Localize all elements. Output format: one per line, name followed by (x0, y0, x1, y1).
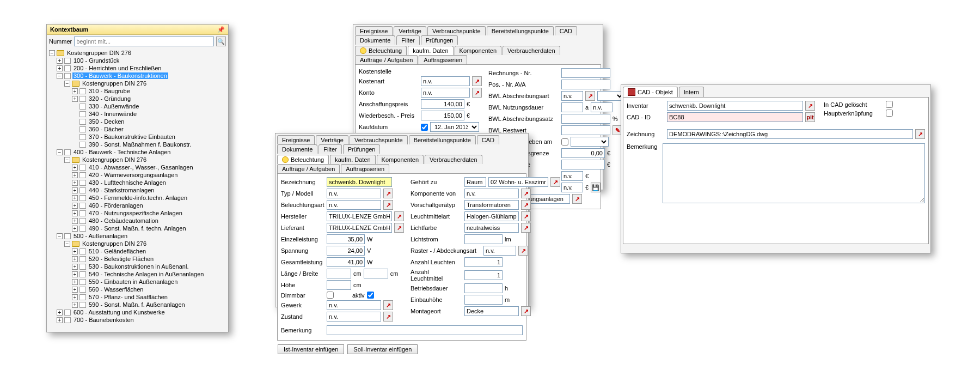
rechnr-input[interactable] (561, 68, 610, 78)
bwl-abschr-input[interactable] (561, 91, 583, 101)
tab-kaufm[interactable]: kaufm. Daten (408, 46, 453, 55)
tree-node[interactable]: 400 - Bauwerk - Technische Anlagen (72, 149, 171, 155)
extra-nv[interactable] (561, 171, 583, 181)
tree-node[interactable]: 590 - Sonst. Maßn. f. Außenanlagen (88, 301, 186, 308)
tree-node[interactable]: 390 - Sonst. Maßnahmen f. Baukonstr. (88, 141, 192, 148)
lookup-icon[interactable]: ↗ (383, 312, 393, 322)
einzel-input[interactable] (327, 234, 365, 244)
typ-input[interactable] (327, 189, 381, 198)
maxih-input[interactable] (561, 160, 605, 169)
gehoert-type[interactable] (464, 177, 486, 187)
expander[interactable]: + (72, 203, 78, 209)
tree-node[interactable]: 570 - Pflanz- und Saatflächen (88, 294, 169, 300)
tab-cad[interactable]: CAD (555, 26, 577, 35)
tab-auftraege[interactable]: Aufträge / Aufgaben (277, 164, 340, 173)
tree-node[interactable]: 490 - Sonst. Maßn. f. techn. Anlagen (88, 225, 187, 232)
tree-node[interactable]: 460 - Förderanlagen (88, 202, 144, 209)
expander[interactable]: − (57, 73, 63, 79)
tab-filter[interactable]: Filter (396, 35, 419, 45)
inventar-input[interactable] (667, 101, 803, 111)
tree-node[interactable]: 540 - Technische Anlagen in Außenanlagen (88, 271, 205, 277)
lieferant-input[interactable] (327, 223, 392, 233)
lookup-icon[interactable]: ↗ (805, 101, 815, 111)
expander[interactable]: + (72, 294, 78, 300)
einbau-input[interactable] (464, 295, 503, 305)
save-icon[interactable]: 💾 (591, 183, 601, 192)
tree-node[interactable]: 440 - Starkstromanlagen (88, 187, 155, 193)
soll-inventar-button[interactable]: Soll-Inventar einfügen (347, 344, 418, 354)
gewerk-input[interactable] (327, 300, 381, 310)
lookup-icon[interactable]: ↗ (383, 200, 393, 210)
anschaffung-input[interactable] (421, 99, 464, 109)
bwl-nutz-nv[interactable] (591, 102, 612, 112)
lookup-icon[interactable]: ↗ (472, 88, 482, 98)
tree-node[interactable]: 410 - Abwasser-, Wasser-, Gasanlagen (88, 164, 194, 171)
bemerkung-input[interactable] (327, 325, 523, 335)
lookup-icon[interactable]: ↗ (550, 177, 560, 187)
lookup-icon[interactable]: ↗ (585, 91, 595, 101)
expander[interactable]: + (72, 218, 78, 224)
expander[interactable]: + (72, 180, 78, 186)
tree-node[interactable]: 530 - Baukonstruktionen in Außenanl. (88, 263, 189, 270)
expander[interactable]: + (72, 271, 78, 277)
tab-dokumente[interactable]: Dokumente (355, 35, 395, 45)
expander[interactable]: − (57, 233, 63, 239)
tree-node[interactable]: 100 - Grundstück (72, 57, 120, 64)
tab-pruefungen[interactable]: Prüfungen (343, 144, 381, 154)
anzlm-input[interactable] (464, 270, 503, 280)
tree-node[interactable]: 500 - Außenanlagen (72, 233, 128, 239)
tab-vertraege[interactable]: Verträge (316, 135, 348, 144)
lichtstrom-input[interactable] (464, 234, 503, 244)
tab-vertraege[interactable]: Verträge (394, 26, 426, 35)
tab-cad[interactable]: CAD (477, 135, 499, 144)
hoehe-input[interactable] (327, 280, 351, 290)
expander[interactable]: + (72, 165, 78, 171)
lookup-icon[interactable]: ↗ (394, 211, 404, 221)
tab-verbrauchspunkte[interactable]: Verbrauchspunkte (427, 26, 486, 35)
extra-nv2[interactable] (561, 183, 583, 192)
expander[interactable]: + (57, 58, 63, 64)
tree-node[interactable]: Kostengruppen DIN 276 (81, 80, 148, 87)
lookup-icon[interactable]: ↗ (394, 223, 404, 233)
expander[interactable]: + (72, 172, 78, 178)
expander[interactable]: + (57, 65, 63, 71)
tab-cad-objekt[interactable]: CAD - Objekt (623, 87, 678, 97)
pit-badge[interactable]: pit (805, 112, 815, 122)
tab-verbraucherdaten[interactable]: Verbraucherdaten (503, 46, 560, 55)
expander[interactable]: + (72, 264, 78, 270)
cadid-input[interactable] (667, 112, 803, 122)
tree-node[interactable]: 200 - Herrichten und Erschließen (72, 65, 162, 71)
kostenart-input[interactable] (421, 76, 470, 86)
bemerkung-textarea[interactable] (663, 143, 925, 203)
expander[interactable]: + (72, 287, 78, 293)
lookup-icon[interactable]: ↗ (521, 223, 531, 233)
expander[interactable]: − (64, 157, 70, 163)
betriebs-input[interactable] (464, 283, 503, 293)
leuchtmittel-input[interactable] (464, 211, 519, 221)
expander[interactable]: + (72, 226, 78, 232)
tree-node[interactable]: 520 - Befestigte Flächen (88, 256, 155, 262)
breite-input[interactable] (364, 269, 388, 278)
expander[interactable]: + (57, 310, 63, 316)
tree-node[interactable]: Kostengruppen DIN 276 (81, 240, 148, 247)
tab-verbraucherdaten[interactable]: Verbraucherdaten (425, 155, 482, 164)
tab-kaufm[interactable]: kaufm. Daten (330, 155, 375, 164)
tree-node[interactable]: 480 - Gebäudeautomation (88, 217, 160, 224)
kompvon-input[interactable] (464, 189, 519, 198)
lookup-icon[interactable]: ↗ (915, 129, 925, 139)
expander[interactable]: − (49, 50, 55, 56)
expander[interactable]: + (72, 88, 78, 94)
expander[interactable]: + (72, 210, 78, 216)
vorschalt-input[interactable] (464, 200, 519, 210)
instand-input[interactable] (561, 148, 605, 158)
wiederbesch-input[interactable] (421, 111, 464, 120)
tab-beleuchtung[interactable]: Beleuchtung (277, 155, 329, 164)
tab-komponenten[interactable]: Komponenten (455, 46, 502, 55)
dimmbar-check[interactable] (327, 292, 334, 299)
tab-ereignisse[interactable]: Ereignisse (355, 26, 393, 35)
lookup-icon[interactable]: ↗ (521, 306, 531, 316)
anzleuchten-input[interactable] (464, 257, 503, 267)
tree-root[interactable]: Kostengruppen DIN 276 (66, 50, 132, 56)
tab-verbrauchspunkte[interactable]: Verbrauchspunkte (350, 135, 408, 144)
tab-komponenten[interactable]: Komponenten (377, 155, 424, 164)
